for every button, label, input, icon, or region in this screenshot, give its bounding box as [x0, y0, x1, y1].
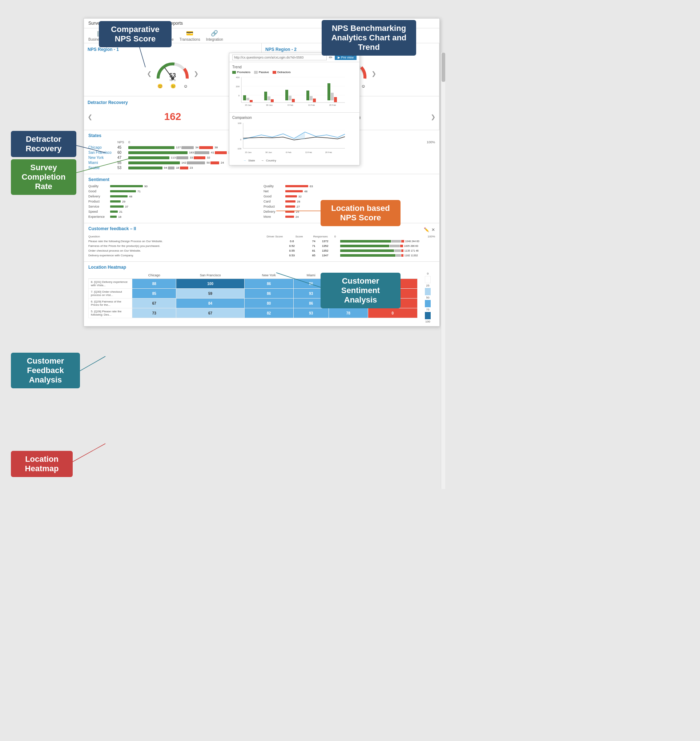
trend-date-3: 6 Feb — [287, 104, 293, 106]
sent-num-more-r: 24 — [296, 215, 299, 218]
bar-gray-miami — [187, 161, 205, 164]
sent-label-product-l: Product — [88, 200, 110, 203]
legend-promoters: Promoters — [232, 71, 250, 74]
state-name-chicago[interactable]: Chicago — [88, 146, 118, 149]
sent-row-service-l: Service 37 — [88, 205, 260, 208]
sent-num-delivery-l: 48 — [129, 195, 132, 198]
gauge-1-next[interactable]: ❯ — [194, 70, 199, 77]
heatmap-rowlabel-1: 8. [Q31] Delivery experience with Vista.… — [89, 279, 132, 289]
col-driver: Driver Score — [267, 235, 294, 238]
feedback-icons[interactable]: ✏️ ✕ — [424, 227, 435, 232]
sent-num-product-l: 29 — [122, 200, 125, 203]
survey-completion-annotation: Survey Completion Rate — [11, 159, 76, 195]
trend-bar-g4-d — [313, 99, 316, 102]
feedback-row-1: Please rate the following:Design Process… — [88, 240, 435, 243]
state-name-miami[interactable]: Miami — [88, 161, 118, 165]
scale-color-75 — [425, 312, 431, 319]
state-name-seattle[interactable]: Seattle — [88, 166, 118, 170]
preview-button[interactable]: ▶ Pre view — [335, 55, 357, 60]
frow4-driver: 0.53 — [278, 254, 306, 257]
gauge-2-next[interactable]: ❯ — [371, 70, 376, 77]
customer-sentiment-annotation: Customer Sentiment Analysis — [321, 273, 400, 308]
legend-passive-color — [254, 71, 258, 74]
sent-bar-speed-l — [110, 211, 118, 213]
bar-num3-miami: 24 — [221, 161, 224, 164]
scrollbar[interactable] — [441, 53, 445, 489]
location-nps-annotation: Location based NPS Score — [321, 200, 400, 226]
heatmap-col-sf: San Francisco — [176, 272, 244, 279]
col-bar-end: 100% — [424, 235, 435, 238]
bar-start-label: 0 — [128, 140, 135, 144]
bar-num1-miami: 142 — [181, 161, 186, 164]
state-row-seattle: Seattle 53 94 18 23 — [88, 166, 435, 170]
frow4-resp: 1347 — [322, 254, 340, 257]
trend-bar-g1-d — [250, 100, 253, 102]
bar-green-ny — [128, 156, 169, 159]
scale-label-50: 50 — [426, 296, 429, 299]
sent-num-quality-r: 63 — [310, 185, 313, 188]
frow3-driver: 0.55 — [278, 249, 306, 252]
frow4-nums: 1182 11332 — [404, 254, 418, 257]
sent-label-service-l: Service — [88, 205, 110, 208]
completion-next[interactable]: ❯ — [431, 113, 435, 120]
sent-row-net-r: Net 48 — [263, 189, 435, 193]
heatmap-col-empty — [89, 272, 132, 279]
heatmap-cell-4-1: 73 — [132, 308, 176, 318]
heatmap-rowlabel-4: 5. [Q28] Please rate the following: Des.… — [89, 308, 132, 318]
state-name-ny[interactable]: New York — [88, 156, 118, 160]
frow1-driver: 0.6 — [278, 240, 306, 243]
state-name-sf[interactable]: San Francisco — [88, 150, 118, 155]
bar-green-sf — [128, 151, 188, 154]
feedback-table-header: Question Driver Score Score Responses 0 … — [88, 235, 435, 238]
url-input[interactable] — [232, 55, 327, 60]
frow1-resp: 1372 — [322, 240, 340, 243]
nps-col-header: NPS — [118, 140, 128, 144]
detractor-prev[interactable]: ❮ — [88, 113, 92, 120]
bar-num2-seattle: 18 — [176, 166, 179, 169]
sent-label-delivery-r: Delivery — [263, 210, 285, 214]
sent-label-net-r: Net — [263, 189, 285, 193]
heatmap-col-ny: New York — [244, 272, 293, 279]
sent-bar-good-l — [110, 190, 136, 192]
heatmap-cell-2-3: 86 — [244, 289, 293, 299]
state-nps-ny: 47 — [118, 156, 128, 160]
heatmap-cell-3-3: 80 — [244, 299, 293, 308]
state-arrow-icon: → — [243, 159, 246, 162]
sent-num-exp-l: 18 — [118, 215, 121, 218]
state-nps-chicago: 45 — [118, 146, 128, 149]
trend-bar-g1-p — [243, 95, 246, 100]
trend-section: Trend Promoters Passive Detractors — [229, 62, 359, 113]
sent-bar-delivery-l — [110, 195, 128, 197]
svg-text:53: 53 — [169, 72, 176, 78]
frow3-nums: 1135 171 46 — [404, 249, 419, 252]
sent-row-speed-l: Speed 21 — [88, 210, 260, 214]
trend-bar-g4-p — [306, 91, 309, 100]
customer-feedback-annotation: Customer Feedback Analysis — [11, 353, 80, 388]
right-panel: ✏ ▶ Pre view Trend Promoters Passive Det… — [229, 53, 360, 165]
edit-url-icon[interactable]: ✏ — [329, 55, 332, 60]
bar-num3-seattle: 23 — [190, 166, 193, 169]
icon-transactions[interactable]: 💳 Transactions — [179, 30, 200, 41]
sent-num-good-r: 32 — [299, 195, 301, 198]
trend-bar-g3-p — [285, 90, 288, 100]
sent-label-good-r: Good — [263, 194, 285, 198]
feedback-row-3: Order checkout process on Our Website. 0… — [88, 249, 435, 252]
scale-color-25 — [425, 288, 431, 295]
bar-gray-seattle — [168, 166, 175, 169]
icon-integration[interactable]: 🔗 Integration — [206, 30, 223, 41]
frow2-bar-green — [340, 245, 389, 247]
scroll-thumb[interactable] — [441, 53, 445, 82]
comparison-legend: → State → Country — [232, 159, 357, 162]
close-icon[interactable]: ✕ — [431, 227, 435, 232]
col-score: Score — [296, 235, 312, 238]
sent-bar-product-r — [285, 205, 295, 208]
gauge-1-prev[interactable]: ❮ — [147, 70, 151, 77]
sent-num-card-r: 28 — [297, 200, 300, 203]
legend-state: → State — [243, 159, 255, 162]
sent-label-speed-l: Speed — [88, 210, 110, 214]
svg-text:200: 200 — [236, 85, 240, 88]
frow3-bar-gray — [394, 249, 401, 252]
frow2-score: 71 — [306, 245, 322, 247]
sent-label-more-r: More — [263, 215, 285, 218]
edit-icon[interactable]: ✏️ — [424, 227, 429, 232]
